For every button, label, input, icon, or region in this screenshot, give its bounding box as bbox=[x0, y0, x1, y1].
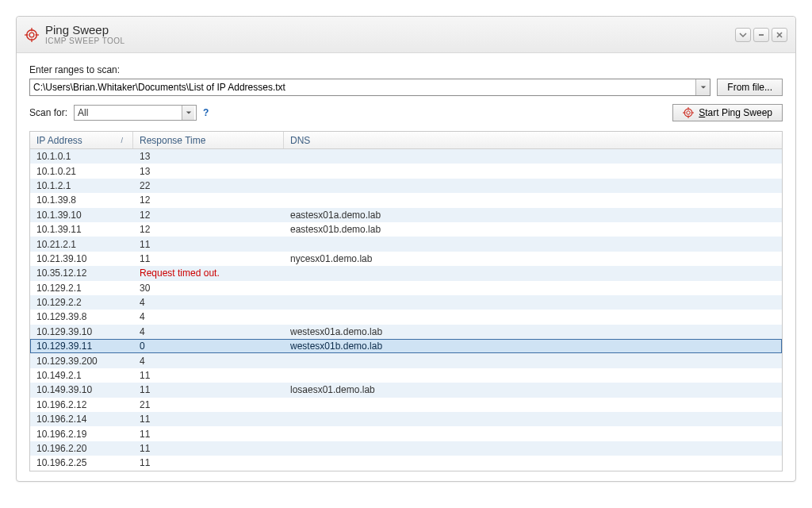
table-row[interactable]: 10.149.39.1011losaesx01.demo.lab bbox=[30, 383, 782, 397]
cell-ip: 10.1.39.10 bbox=[30, 210, 133, 221]
table-row[interactable]: 10.1.39.812 bbox=[30, 193, 782, 207]
cell-dns: eastesx01a.demo.lab bbox=[284, 210, 782, 221]
column-ip[interactable]: IP Address / bbox=[30, 132, 133, 148]
cell-response-time: 12 bbox=[133, 224, 284, 235]
close-button[interactable] bbox=[772, 28, 787, 42]
table-row[interactable]: 10.129.39.110westesx01b.demo.lab bbox=[30, 339, 782, 353]
cell-ip: 10.129.39.11 bbox=[30, 341, 133, 352]
ranges-label: Enter ranges to scan: bbox=[29, 64, 783, 75]
cell-ip: 10.129.2.2 bbox=[30, 297, 133, 308]
table-row[interactable]: 10.1.0.113 bbox=[30, 149, 782, 164]
svg-point-10 bbox=[687, 111, 690, 114]
sort-indicator-icon: / bbox=[121, 137, 126, 144]
app-window: Ping Sweep ICMP SWEEP TOOL Enter ranges … bbox=[16, 16, 796, 482]
window-subtitle: ICMP SWEEP TOOL bbox=[45, 37, 125, 45]
table-row[interactable]: 10.196.2.2511 bbox=[30, 456, 782, 470]
cell-dns: westesx01b.demo.lab bbox=[284, 341, 782, 352]
minimize-button[interactable] bbox=[753, 28, 769, 42]
cell-ip: 10.21.39.10 bbox=[30, 253, 133, 264]
grid-header: IP Address / Response Time DNS bbox=[30, 132, 782, 149]
table-row[interactable]: 10.21.2.111 bbox=[30, 237, 782, 251]
scan-for-arrow[interactable] bbox=[182, 106, 194, 120]
cell-response-time: 11 bbox=[133, 253, 284, 264]
table-row[interactable]: 10.196.2.1911 bbox=[30, 426, 782, 441]
collapse-button[interactable] bbox=[735, 28, 751, 42]
svg-point-9 bbox=[684, 109, 692, 117]
table-row[interactable]: 10.129.2.24 bbox=[30, 295, 782, 310]
table-row[interactable]: 10.1.0.2113 bbox=[30, 164, 782, 178]
cell-ip: 10.1.0.1 bbox=[30, 151, 133, 162]
cell-response-time: 22 bbox=[133, 180, 284, 191]
cell-ip: 10.196.2.12 bbox=[30, 399, 133, 410]
table-row[interactable]: 10.1.39.1012eastesx01a.demo.lab bbox=[30, 208, 782, 222]
scan-for-select[interactable]: All bbox=[74, 105, 197, 121]
cell-response-time: Request timed out. bbox=[133, 267, 284, 279]
from-file-button[interactable]: From file... bbox=[717, 79, 783, 96]
cell-ip: 10.196.2.25 bbox=[30, 457, 133, 468]
content-area: Enter ranges to scan: From file... Scan … bbox=[17, 53, 795, 481]
table-row[interactable]: 10.129.39.84 bbox=[30, 310, 782, 324]
scan-for-label: Scan for: bbox=[29, 107, 67, 118]
cell-response-time: 11 bbox=[133, 239, 284, 250]
cell-dns: nycesx01.demo.lab bbox=[284, 253, 782, 264]
table-row[interactable]: 10.129.39.104westesx01a.demo.lab bbox=[30, 325, 782, 339]
cell-response-time: 11 bbox=[133, 414, 284, 425]
cell-dns: westesx01a.demo.lab bbox=[284, 326, 782, 337]
cell-response-time: 4 bbox=[133, 311, 284, 322]
table-row[interactable]: 10.1.2.122 bbox=[30, 179, 782, 193]
start-ping-sweep-button[interactable]: Start Ping Sweep bbox=[672, 104, 783, 121]
column-response-time[interactable]: Response Time bbox=[133, 132, 284, 148]
cell-response-time: 0 bbox=[133, 341, 284, 352]
cell-response-time: 4 bbox=[133, 356, 284, 367]
table-row[interactable]: 10.149.2.111 bbox=[30, 368, 782, 383]
window-title: Ping Sweep bbox=[45, 24, 125, 37]
column-dns[interactable]: DNS bbox=[284, 132, 782, 148]
target-icon bbox=[25, 28, 39, 42]
cell-ip: 10.1.39.11 bbox=[30, 224, 133, 235]
ranges-input[interactable] bbox=[30, 82, 695, 93]
cell-ip: 10.149.39.10 bbox=[30, 384, 133, 395]
grid-body: 10.1.0.11310.1.0.211310.1.2.12210.1.39.8… bbox=[30, 149, 782, 471]
table-row[interactable]: 10.21.39.1011nycesx01.demo.lab bbox=[30, 252, 782, 266]
target-icon bbox=[683, 107, 694, 118]
cell-ip: 10.196.2.14 bbox=[30, 414, 133, 425]
svg-point-0 bbox=[27, 29, 37, 40]
cell-ip: 10.1.0.21 bbox=[30, 166, 133, 177]
table-row[interactable]: 10.1.39.1112eastesx01b.demo.lab bbox=[30, 222, 782, 237]
cell-response-time: 11 bbox=[133, 457, 284, 468]
cell-response-time: 11 bbox=[133, 429, 284, 440]
table-row[interactable]: 10.196.2.2011 bbox=[30, 441, 782, 456]
cell-ip: 10.129.39.8 bbox=[30, 311, 133, 322]
cell-response-time: 4 bbox=[133, 297, 284, 308]
cell-ip: 10.21.2.1 bbox=[30, 239, 133, 250]
table-row[interactable]: 10.196.2.1221 bbox=[30, 398, 782, 412]
table-row[interactable]: 10.129.2.130 bbox=[30, 281, 782, 295]
cell-response-time: 11 bbox=[133, 384, 284, 395]
cell-dns: losaesx01.demo.lab bbox=[284, 384, 782, 395]
table-row[interactable]: 10.129.39.2004 bbox=[30, 353, 782, 368]
results-grid: IP Address / Response Time DNS 10.1.0.11… bbox=[29, 131, 783, 471]
cell-response-time: 11 bbox=[133, 370, 284, 381]
ranges-combo[interactable] bbox=[29, 79, 710, 96]
table-row[interactable]: 10.196.2.1411 bbox=[30, 412, 782, 426]
start-button-label: Start Ping Sweep bbox=[699, 107, 772, 118]
titlebar: Ping Sweep ICMP SWEEP TOOL bbox=[17, 17, 795, 53]
cell-ip: 10.1.2.1 bbox=[30, 180, 133, 191]
cell-response-time: 11 bbox=[133, 443, 284, 454]
cell-ip: 10.196.2.20 bbox=[30, 443, 133, 454]
cell-ip: 10.149.2.1 bbox=[30, 370, 133, 381]
cell-response-time: 30 bbox=[133, 283, 284, 294]
cell-response-time: 13 bbox=[133, 166, 284, 177]
cell-dns: eastesx01b.demo.lab bbox=[284, 224, 782, 235]
cell-response-time: 12 bbox=[133, 210, 284, 221]
table-row[interactable]: 10.35.12.12Request timed out. bbox=[30, 266, 782, 280]
cell-ip: 10.1.39.8 bbox=[30, 194, 133, 206]
cell-ip: 10.196.2.19 bbox=[30, 429, 133, 440]
ranges-dropdown-arrow[interactable] bbox=[695, 79, 710, 95]
cell-response-time: 21 bbox=[133, 399, 284, 410]
cell-ip: 10.129.39.200 bbox=[30, 356, 133, 367]
cell-response-time: 13 bbox=[133, 151, 284, 162]
scan-for-value: All bbox=[78, 107, 182, 118]
svg-point-1 bbox=[29, 33, 34, 37]
help-icon[interactable]: ? bbox=[203, 107, 209, 118]
